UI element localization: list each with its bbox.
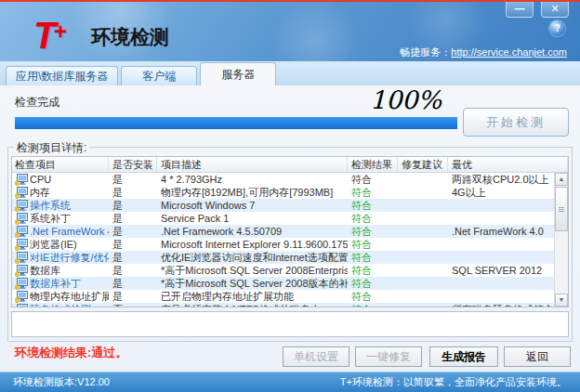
scrollbar-thumb[interactable] — [555, 187, 568, 231]
row-optimal: 4G以上 — [448, 186, 568, 199]
row-name: 硬盘格式检测 — [30, 303, 91, 307]
row-result: 符合 — [348, 251, 398, 264]
table-row[interactable]: 硬盘格式检测 否 产品必须安装在NTFS格式的磁盘中 符合 所有磁盘硬盘格式符合 — [12, 303, 568, 307]
table-row[interactable]: 操作系统 是 Microsoft Windows 7 符合 — [12, 199, 568, 212]
slogan-text: T+环境检测：以简驭繁，全面净化产品安装环境。 — [340, 375, 567, 389]
row-suggestion — [398, 277, 448, 290]
vertical-scrollbar[interactable]: ▲ ▼ — [554, 173, 568, 307]
row-installed: 是 — [109, 199, 157, 212]
row-name: 浏览器(IE) — [30, 238, 77, 251]
check-status-label: 检查完成 — [15, 95, 59, 111]
column-header-description[interactable]: 项目描述 — [157, 157, 348, 172]
row-result: 符合 — [348, 199, 398, 212]
table-header: 检查项目 是否安装 项目描述 检测结果 修复建议 最优 — [12, 157, 568, 173]
detection-details-legend: 检测项目详情: — [14, 140, 89, 156]
standalone-settings-button[interactable]: 单机设置 — [283, 346, 349, 367]
row-result: 符合 — [348, 238, 398, 251]
tab-app-db-server[interactable]: 应用\数据库服务器 — [6, 66, 118, 85]
scroll-down-icon[interactable]: ▼ — [555, 294, 568, 307]
minimize-button[interactable]: — — [506, 2, 534, 18]
row-optimal: SQL SERVER 2012 — [448, 264, 568, 277]
table-row[interactable]: 对IE进行修复/优化 是 优化IE浏览器访问速度和Internet选项配置 符合 — [12, 251, 568, 264]
close-button[interactable]: ✕ — [541, 2, 569, 18]
row-name: 内存 — [30, 186, 50, 199]
table-row[interactable]: 数据库 是 *高于Microsoft SQL Server 2008Enterp… — [12, 264, 568, 277]
device-icon — [15, 187, 28, 199]
table-row[interactable]: 系统补丁 是 Service Pack 1 符合 — [12, 212, 568, 225]
status-bar: 环境检测版本:V12.00 T+环境检测：以简驭繁，全面净化产品安装环境。 — [0, 372, 580, 392]
detection-details-group: 检测项目详情: 检查项目 是否安装 项目描述 检测结果 修复建议 最优 — [7, 147, 573, 342]
row-installed: 是 — [109, 173, 157, 186]
service-label: 畅捷服务： — [400, 46, 451, 58]
row-name: 数据库补丁 — [30, 277, 81, 290]
row-installed: 是 — [109, 238, 157, 251]
table-body: CPU 是 4 * 2.793GHz 符合 两路双核CPU2.0以上 内存 是 … — [12, 173, 568, 307]
column-header-optimal[interactable]: 最优 — [448, 157, 568, 172]
row-optimal — [448, 277, 568, 290]
row-suggestion — [398, 303, 448, 307]
row-installed: 否 — [109, 303, 157, 307]
row-result: 符合 — [348, 277, 398, 290]
row-optimal — [448, 238, 568, 251]
column-header-suggestion[interactable]: 修复建议 — [398, 157, 448, 172]
generate-report-button[interactable]: 生成报告 — [429, 346, 498, 367]
service-link[interactable]: 畅捷服务：http://service.chanjet.com — [400, 46, 567, 59]
row-installed: 是 — [109, 186, 157, 199]
row-result: 符合 — [348, 212, 398, 225]
row-desc: 4 * 2.793GHz — [157, 173, 348, 186]
table-row[interactable]: CPU 是 4 * 2.793GHz 符合 两路双核CPU2.0以上 — [12, 173, 568, 186]
row-installed: 是 — [109, 264, 157, 277]
row-suggestion — [398, 186, 448, 199]
table-row[interactable]: 数据库补丁 是 *高于Microsoft SQL Server 2008版本的补… — [12, 277, 568, 290]
version-text: 环境检测版本:V12.00 — [13, 375, 110, 389]
tab-server[interactable]: 服务器 — [200, 62, 276, 85]
tplus-logo: T+ — [33, 15, 66, 52]
service-url[interactable]: http://service.chanjet.com — [451, 46, 567, 58]
column-header-installed[interactable]: 是否安装 — [109, 157, 157, 172]
row-name: 物理内存地址扩展 — [30, 290, 109, 303]
start-detection-button[interactable]: 开始检测 — [463, 108, 569, 137]
device-icon — [15, 291, 28, 303]
row-name: 数据库 — [30, 264, 60, 277]
tab-client[interactable]: 客户端 — [121, 66, 197, 85]
row-suggestion — [398, 251, 448, 264]
row-suggestion — [398, 264, 448, 277]
device-icon — [15, 174, 28, 186]
column-header-result[interactable]: 检测结果 — [348, 157, 398, 172]
device-icon — [15, 226, 28, 238]
row-name: 对IE进行修复/优化 — [30, 251, 109, 264]
device-icon — [15, 265, 28, 277]
table-row[interactable]: 内存 是 物理内存[8192MB],可用内存[7993MB] 符合 4G以上 — [12, 186, 568, 199]
row-name: CPU — [30, 173, 51, 186]
row-desc: 产品必须安装在NTFS格式的磁盘中 — [157, 303, 348, 307]
row-installed: 是 — [109, 277, 157, 290]
table-row[interactable]: 物理内存地址扩展 是 已开启物理内存地址扩展功能 符合 — [12, 290, 568, 303]
row-desc: 物理内存[8192MB],可用内存[7993MB] — [157, 186, 348, 199]
row-result: 符合 — [348, 264, 398, 277]
progress-bar — [15, 117, 457, 129]
progress-percent-label: 100% — [370, 85, 442, 114]
app-title: 环境检测 — [91, 24, 169, 50]
row-desc: Service Pack 1 — [157, 212, 348, 225]
row-suggestion — [398, 199, 448, 212]
row-result: 符合 — [348, 290, 398, 303]
row-name: .Net FrameWork 4.0 — [30, 225, 109, 238]
scroll-up-icon[interactable]: ▲ — [555, 173, 568, 186]
row-desc: *高于Microsoft SQL Server 2008Enterprise E… — [157, 264, 348, 277]
content-area: 检查完成 100% 开始检测 检测项目详情: 检查项目 是否安装 项目描述 检测… — [0, 85, 580, 372]
one-click-fix-button[interactable]: 一键修复 — [355, 346, 422, 367]
row-optimal — [448, 199, 568, 212]
table-row[interactable]: 浏览器(IE) 是 Microsoft Internet Explorer 9.… — [12, 238, 568, 251]
table-row[interactable]: .Net FrameWork 4.0 是 .Net Framework 4.5.… — [12, 225, 568, 238]
help-icon[interactable]: ? — [549, 20, 565, 36]
row-desc: .Net Framework 4.5.50709 — [157, 225, 348, 238]
row-suggestion — [398, 238, 448, 251]
return-button[interactable]: 返回 — [504, 346, 571, 367]
column-header-item[interactable]: 检查项目 — [12, 157, 109, 172]
row-result: 符合 — [348, 225, 398, 238]
row-optimal: 两路双核CPU2.0以上 — [448, 173, 568, 186]
row-suggestion — [398, 225, 448, 238]
device-icon — [15, 252, 28, 264]
row-result: 符合 — [348, 173, 398, 186]
row-desc: 已开启物理内存地址扩展功能 — [157, 290, 348, 303]
